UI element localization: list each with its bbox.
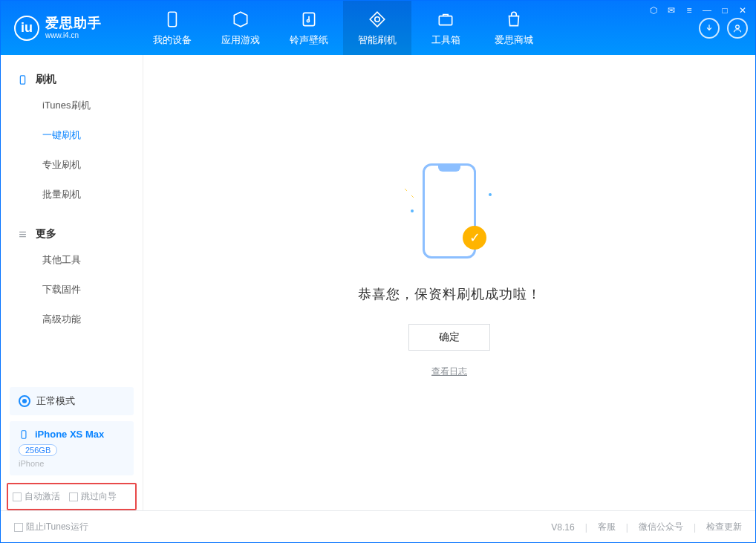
- svg-rect-3: [439, 16, 452, 25]
- window-controls: ⬡ ✉ ≡ — □ ✕: [648, 5, 748, 16]
- checkbox-label: 自动激活: [25, 490, 60, 503]
- music-icon: [299, 10, 319, 29]
- success-message: 恭喜您，保资料刷机成功啦！: [358, 285, 541, 303]
- checkbox-label: 阻止iTunes运行: [26, 521, 88, 533]
- wechat-link[interactable]: 微信公众号: [639, 521, 683, 533]
- svg-point-2: [307, 19, 309, 22]
- svg-rect-6: [22, 430, 26, 438]
- feedback-icon[interactable]: ✉: [666, 5, 677, 16]
- svg-point-4: [736, 25, 740, 28]
- tab-label: 我的设备: [153, 33, 192, 47]
- list-icon: [17, 229, 28, 240]
- svg-rect-0: [169, 12, 177, 27]
- svg-rect-5: [20, 75, 25, 83]
- separator: |: [694, 522, 696, 533]
- group-label: 刷机: [36, 73, 56, 86]
- success-illustration: ✓: [390, 159, 509, 263]
- device-icon: [17, 74, 28, 85]
- checkbox-skip-guide[interactable]: 跳过向导: [69, 490, 117, 503]
- logo: iu 爱思助手 www.i4.cn: [1, 1, 138, 55]
- body: 刷机 iTunes刷机 一键刷机 专业刷机 批量刷机 更多 其他工具 下载固件 …: [1, 55, 755, 510]
- skin-icon[interactable]: ⬡: [648, 5, 659, 16]
- view-log-link[interactable]: 查看日志: [431, 365, 467, 378]
- tab-label: 工具箱: [431, 33, 460, 47]
- mode-label: 正常模式: [36, 394, 75, 408]
- download-button[interactable]: [699, 18, 720, 39]
- refresh-icon: [368, 10, 387, 29]
- logo-badge-icon: iu: [14, 16, 39, 41]
- sidebar-item-other-tools[interactable]: 其他工具: [1, 245, 143, 275]
- sidebar-item-batch-flash[interactable]: 批量刷机: [1, 180, 143, 209]
- flash-options-highlight: 自动激活 跳过向导: [7, 483, 137, 510]
- device-card[interactable]: iPhone XS Max 256GB iPhone: [10, 421, 134, 475]
- tab-label: 智能刷机: [358, 33, 397, 47]
- checkbox-auto-activate[interactable]: 自动激活: [13, 490, 60, 503]
- main-content: ✓ 恭喜您，保资料刷机成功啦！ 确定 查看日志: [143, 55, 755, 510]
- version-label: V8.16: [551, 522, 574, 533]
- device-storage: 256GB: [19, 444, 57, 456]
- sidebar-item-download-firmware[interactable]: 下载固件: [1, 275, 143, 305]
- sidebar-item-pro-flash[interactable]: 专业刷机: [1, 150, 143, 180]
- tab-store[interactable]: 爱思商城: [480, 1, 548, 55]
- sidebar: 刷机 iTunes刷机 一键刷机 专业刷机 批量刷机 更多 其他工具 下载固件 …: [1, 55, 143, 510]
- separator: |: [585, 522, 587, 533]
- sidebar-group-flash: 刷机: [1, 68, 143, 91]
- app-url: www.i4.cn: [45, 31, 102, 39]
- maximize-icon[interactable]: □: [720, 5, 730, 16]
- tab-my-device[interactable]: 我的设备: [138, 1, 206, 55]
- close-icon[interactable]: ✕: [737, 5, 748, 16]
- tab-label: 应用游戏: [221, 33, 260, 47]
- menu-icon[interactable]: ≡: [684, 5, 694, 16]
- tab-label: 爱思商城: [495, 33, 533, 47]
- group-label: 更多: [36, 227, 56, 241]
- minimize-icon[interactable]: —: [702, 5, 712, 16]
- cube-icon: [231, 10, 250, 29]
- sidebar-item-onekey-flash[interactable]: 一键刷机: [1, 120, 143, 150]
- toolbox-icon: [436, 10, 455, 29]
- main-tabs: 我的设备 应用游戏 铃声壁纸 智能刷机 工具箱 爱思商城: [138, 1, 548, 55]
- sidebar-group-more: 更多: [1, 223, 143, 245]
- header: iu 爱思助手 www.i4.cn 我的设备 应用游戏 铃声壁纸 智能刷机 工具…: [1, 1, 755, 55]
- tab-label: 铃声壁纸: [290, 33, 328, 47]
- tab-flash[interactable]: 智能刷机: [343, 1, 411, 55]
- checkbox-label: 跳过向导: [81, 490, 117, 503]
- ok-button[interactable]: 确定: [408, 324, 490, 351]
- bag-icon: [504, 10, 524, 29]
- phone-icon: [163, 10, 182, 29]
- sidebar-item-advanced[interactable]: 高级功能: [1, 305, 143, 334]
- app-name: 爱思助手: [45, 16, 102, 31]
- tab-toolbox[interactable]: 工具箱: [411, 1, 480, 55]
- check-badge-icon: ✓: [463, 226, 486, 250]
- support-link[interactable]: 客服: [598, 521, 616, 533]
- sidebar-item-itunes-flash[interactable]: iTunes刷机: [1, 91, 143, 120]
- svg-point-7: [411, 209, 414, 212]
- check-update-link[interactable]: 检查更新: [706, 521, 742, 533]
- svg-point-8: [489, 193, 492, 196]
- checkbox-block-itunes[interactable]: 阻止iTunes运行: [14, 521, 88, 533]
- tab-apps[interactable]: 应用游戏: [206, 1, 275, 55]
- footer: 阻止iTunes运行 V8.16 | 客服 | 微信公众号 | 检查更新: [1, 510, 755, 543]
- separator: |: [626, 522, 628, 533]
- device-mode[interactable]: 正常模式: [10, 387, 134, 415]
- user-button[interactable]: [727, 18, 748, 39]
- device-name: iPhone XS Max: [35, 429, 104, 440]
- device-type: iPhone: [19, 459, 125, 468]
- phone-small-icon: [19, 429, 29, 440]
- device-panel: 正常模式 iPhone XS Max 256GB iPhone: [1, 387, 143, 483]
- tab-ringtones[interactable]: 铃声壁纸: [275, 1, 343, 55]
- mode-icon: [19, 395, 30, 407]
